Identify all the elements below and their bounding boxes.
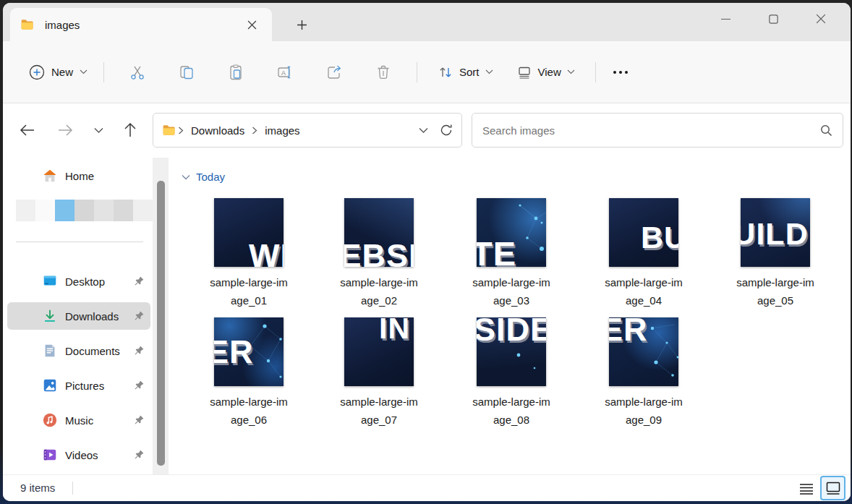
cut-button[interactable] [119, 56, 156, 88]
file-item[interactable]: IN sample-large-image_07 [320, 317, 438, 429]
view-icon [516, 64, 532, 80]
paste-button[interactable] [217, 56, 255, 88]
view-button[interactable]: View [509, 59, 582, 86]
command-toolbar: New A Sort View [3, 41, 851, 103]
pin-icon [133, 414, 145, 426]
copy-icon [178, 64, 195, 81]
copy-button[interactable] [168, 56, 205, 88]
sidebar-item-pictures[interactable]: Pictures [7, 372, 150, 399]
image-thumbnail: UILDI [741, 198, 810, 267]
thumbnail-text: EBSI [344, 239, 414, 267]
address-bar[interactable]: Downloads images [153, 113, 462, 148]
group-header-today[interactable]: Today [182, 171, 225, 183]
thumbnail-text: BU [641, 222, 678, 253]
gallery-placeholder[interactable] [16, 200, 153, 221]
sidebar-item-documents[interactable]: Documents [7, 337, 150, 364]
back-button[interactable] [14, 117, 41, 143]
gallery-block [55, 200, 74, 221]
breadcrumb-images[interactable]: images [259, 121, 305, 140]
scrollbar-thumb[interactable] [157, 181, 165, 466]
file-name: sample-large-image_07 [320, 393, 438, 429]
sort-button[interactable]: Sort [430, 59, 500, 86]
file-item[interactable]: BU sample-large-image_04 [584, 198, 703, 309]
thumbnail-text: SIDE [477, 317, 546, 346]
gallery-block [74, 200, 94, 221]
sidebar-item-label: Documents [65, 345, 120, 357]
new-tab-button[interactable] [289, 13, 314, 36]
file-name: sample-large-image_01 [189, 273, 308, 309]
sidebar-item-home[interactable]: Home [7, 162, 150, 189]
address-dropdown-chevron-icon[interactable] [419, 127, 428, 134]
file-item[interactable]: SIDE sample-large-image_08 [452, 317, 571, 429]
pictures-icon [42, 377, 58, 393]
image-thumbnail: EBSI [344, 198, 414, 267]
file-item[interactable]: ER sample-large-image_09 [584, 317, 703, 429]
home-icon [42, 168, 58, 184]
navigation-row: Downloads images [3, 104, 851, 156]
image-thumbnail: ER [609, 317, 678, 386]
file-name: sample-large-image_04 [584, 273, 703, 309]
rename-button[interactable]: A [266, 56, 304, 88]
forward-button[interactable] [52, 117, 78, 143]
file-item[interactable]: WI sample-large-image_01 [189, 198, 308, 309]
cut-icon [129, 64, 146, 81]
view-button-label: View [538, 66, 561, 78]
thumbnail-text: WI [249, 239, 284, 267]
file-name: sample-large-image_09 [584, 393, 703, 429]
list-view-icon [799, 483, 814, 495]
file-item[interactable]: EBSI sample-large-image_02 [320, 198, 438, 309]
gallery-block [94, 200, 114, 221]
search-icon[interactable] [820, 124, 832, 137]
sidebar: Home Desktop Downloads [3, 156, 153, 474]
gallery-block [133, 200, 153, 221]
thumbnail-text: IN [379, 317, 410, 343]
image-thumbnail: BU [609, 198, 678, 267]
sort-button-label: Sort [459, 66, 480, 78]
image-thumbnail: ER [214, 317, 284, 386]
more-options-button[interactable] [605, 58, 636, 87]
delete-button[interactable] [365, 56, 402, 88]
trash-icon [375, 64, 392, 81]
sidebar-item-music[interactable]: Music [7, 406, 150, 434]
chevron-down-icon [485, 69, 493, 74]
sidebar-item-desktop[interactable]: Desktop [7, 268, 150, 295]
pin-icon [133, 345, 145, 356]
window-controls [702, 3, 845, 36]
file-explorer-window: images New [3, 3, 851, 501]
sidebar-scrollbar[interactable] [153, 158, 169, 480]
image-thumbnail: SIDE [477, 317, 546, 386]
toolbar-divider [595, 62, 596, 82]
search-box [472, 113, 843, 148]
arrow-right-icon [57, 124, 73, 137]
folder-icon [20, 17, 35, 32]
share-button[interactable] [315, 56, 353, 88]
thumbnail-view-toggle[interactable] [820, 476, 845, 500]
refresh-icon[interactable] [440, 124, 453, 137]
chevron-down-icon [567, 69, 575, 74]
tab-close-icon[interactable] [242, 14, 262, 35]
up-button[interactable] [117, 117, 143, 143]
pin-icon [133, 449, 145, 461]
file-item[interactable]: ER sample-large-image_06 [189, 317, 308, 429]
tab-title: images [45, 19, 242, 31]
search-input[interactable] [482, 124, 820, 137]
close-window-button[interactable] [797, 3, 845, 35]
sidebar-divider [16, 242, 143, 242]
file-item[interactable]: UILDI sample-large-image_05 [716, 198, 835, 309]
rename-icon: A [276, 64, 294, 81]
sidebar-item-downloads[interactable]: Downloads [7, 302, 150, 330]
tab-images[interactable]: images [10, 8, 272, 41]
sidebar-item-videos[interactable]: Videos [7, 441, 150, 469]
recent-locations-button[interactable] [85, 117, 111, 143]
chevron-down-icon [182, 174, 190, 180]
desktop-icon [42, 273, 58, 289]
toolbar-divider [103, 62, 104, 82]
circle-plus-icon [29, 64, 45, 80]
file-item[interactable]: TE sample-large-image_03 [452, 198, 571, 309]
maximize-button[interactable] [749, 3, 797, 35]
sidebar-item-label: Videos [65, 449, 98, 461]
list-view-toggle[interactable] [796, 479, 817, 499]
new-button[interactable]: New [22, 59, 95, 86]
breadcrumb-downloads[interactable]: Downloads [185, 121, 250, 140]
minimize-button[interactable] [702, 3, 749, 35]
